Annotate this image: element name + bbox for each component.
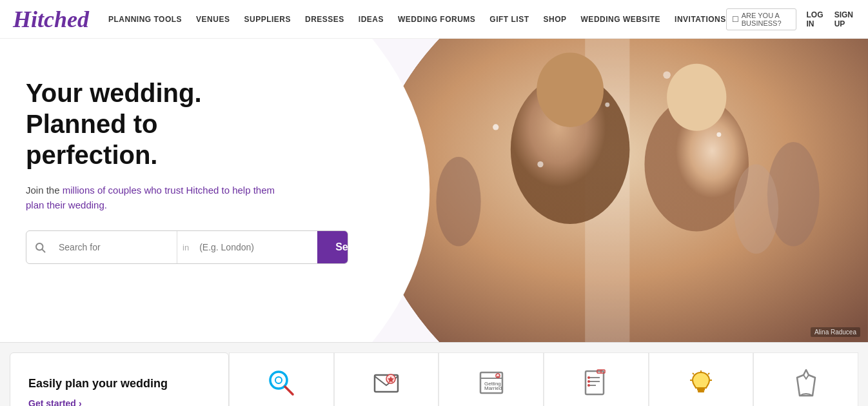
venues-icon	[266, 367, 297, 402]
svg-point-5	[667, 64, 726, 131]
search-for-input[interactable]	[54, 231, 177, 263]
log-in-button[interactable]: LOG IN	[807, 10, 824, 28]
svg-point-6	[437, 157, 481, 246]
svg-rect-35	[697, 388, 705, 391]
search-bar: in Search	[26, 230, 348, 264]
invitations-icon	[371, 367, 402, 402]
nav-wedding-forums[interactable]: WEDDING FORUMS	[398, 15, 475, 24]
svg-rect-36	[698, 391, 704, 392]
nav-planning-tools[interactable]: PLANNING TOOLS	[108, 15, 182, 24]
svg-line-15	[42, 249, 44, 252]
hero-title: Your wedding. Planned to perfection.	[26, 77, 284, 170]
category-card-venues[interactable]: Wedding Venues	[229, 352, 334, 406]
svg-point-18	[275, 377, 282, 383]
nav-suppliers[interactable]: SUPPLIERS	[244, 15, 291, 24]
header: Hitched PLANNING TOOLS VENUES SUPPLIERS …	[0, 0, 868, 39]
category-card-invitations[interactable]: Invitations	[334, 352, 439, 406]
nav-dresses[interactable]: DRESSES	[305, 15, 344, 24]
hero-section: Alina Raducea Your wedding. Planned to p…	[0, 39, 868, 342]
nav-ideas[interactable]: IDEAS	[359, 15, 384, 24]
category-card-planning[interactable]: Planning Tools	[544, 352, 649, 406]
header-right: ☐ ARE YOU A BUSINESS? LOG IN SIGN UP	[726, 8, 855, 30]
category-card-website[interactable]: Getting Married Wedding Website	[439, 352, 544, 406]
svg-point-11	[664, 71, 671, 79]
hero-subtitle-link: millions of couples who trust Hitched to…	[26, 185, 275, 210]
location-input[interactable]	[194, 231, 317, 263]
category-card-ideas[interactable]: Ideas	[649, 352, 754, 406]
hero-subtitle: Join the millions of couples who trust H…	[26, 183, 284, 212]
svg-point-3	[537, 53, 604, 127]
svg-point-34	[587, 384, 590, 387]
wedding-website-icon: Getting Married	[476, 367, 507, 402]
svg-point-33	[587, 380, 590, 383]
ideas-icon	[686, 367, 716, 402]
svg-point-13	[538, 161, 544, 167]
planning-tools-icon	[580, 367, 611, 402]
checkbox-icon: ☐	[732, 15, 739, 24]
svg-rect-26	[586, 371, 604, 394]
logo[interactable]: Hitched	[13, 6, 89, 33]
search-icon-wrap	[26, 241, 54, 253]
svg-point-10	[606, 103, 610, 107]
svg-text:Married: Married	[484, 385, 502, 391]
bottom-cards: Easily plan your wedding Get started › W…	[0, 342, 868, 406]
svg-line-41	[708, 373, 709, 374]
category-card-dresses[interactable]: Dresses	[753, 352, 858, 406]
get-started-link[interactable]: Get started ›	[28, 398, 210, 407]
are-you-business-link[interactable]: ☐ ARE YOU A BUSINESS?	[726, 8, 796, 30]
nav-venues[interactable]: VENUES	[196, 15, 230, 24]
svg-point-8	[734, 165, 778, 254]
in-label: in	[177, 231, 194, 263]
photo-credit: Alina Raducea	[811, 327, 860, 337]
chevron-right-icon: ›	[79, 398, 82, 407]
search-icon	[34, 241, 46, 253]
category-cards: Wedding Venues Invitations Getting Marri	[229, 343, 868, 406]
search-button[interactable]: Search	[317, 231, 348, 263]
svg-point-32	[587, 376, 590, 379]
nav-shop[interactable]: SHOP	[544, 15, 567, 24]
nav-gift-list[interactable]: GIFT LIST	[489, 15, 529, 24]
nav-wedding-website[interactable]: WEDDING WEBSITE	[581, 15, 661, 24]
easy-plan-card: Easily plan your wedding Get started ›	[10, 352, 229, 406]
nav-invitations[interactable]: INVITATIONS	[675, 15, 726, 24]
sign-up-button[interactable]: SIGN UP	[834, 10, 855, 28]
dresses-icon	[791, 367, 822, 402]
main-nav: PLANNING TOOLS VENUES SUPPLIERS DRESSES …	[108, 15, 726, 24]
svg-point-12	[717, 132, 722, 137]
svg-line-40	[693, 373, 694, 374]
svg-point-9	[493, 124, 499, 130]
easy-plan-title: Easily plan your wedding	[28, 377, 210, 391]
svg-line-17	[285, 387, 293, 394]
